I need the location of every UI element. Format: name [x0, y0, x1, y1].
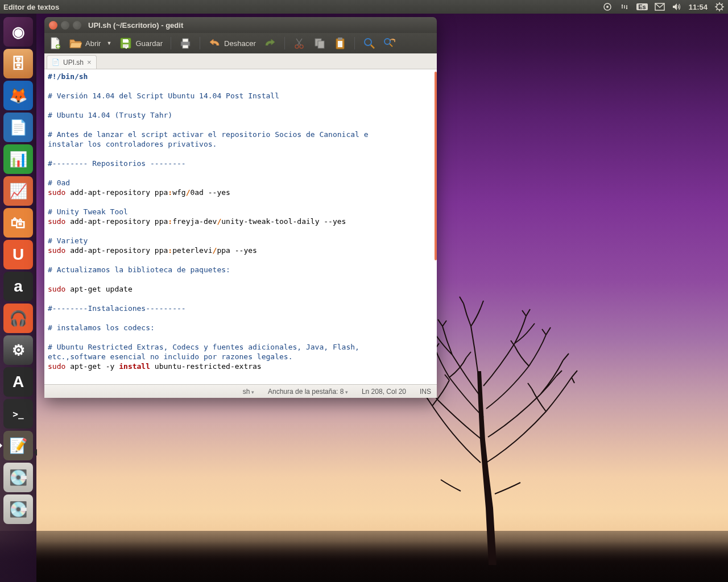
- app-menu-title[interactable]: Editor de textos: [3, 3, 59, 11]
- scrollbar[interactable]: [435, 72, 437, 260]
- paste-button[interactable]: [334, 37, 346, 49]
- tab-upi-sh[interactable]: 📄 UPI.sh ×: [47, 55, 97, 69]
- launcher-firefox[interactable]: 🦊: [3, 81, 33, 110]
- undo-icon: [208, 37, 221, 49]
- svg-point-12: [300, 45, 303, 48]
- network-indicator[interactable]: [619, 2, 630, 12]
- separator: [354, 37, 355, 49]
- launcher-amazon[interactable]: a: [3, 272, 33, 301]
- open-button[interactable]: Abrir▼: [69, 37, 111, 49]
- cut-button[interactable]: [293, 37, 305, 49]
- tab-label: UPI.sh: [63, 59, 84, 66]
- find-button[interactable]: [363, 37, 375, 49]
- save-button[interactable]: Guardar: [119, 37, 163, 49]
- launcher-disk2[interactable]: 💽: [3, 494, 33, 524]
- launcher-writer[interactable]: 📄: [3, 113, 33, 142]
- open-label: Abrir: [85, 39, 101, 48]
- launcher-gedit[interactable]: 📝: [3, 431, 33, 460]
- separator: [200, 37, 200, 49]
- svg-point-11: [295, 45, 299, 48]
- power-cog-indicator[interactable]: [714, 2, 725, 12]
- launcher-ubuntu-one[interactable]: U: [3, 240, 33, 269]
- printer-icon: [179, 37, 192, 49]
- chevron-down-icon: ▼: [106, 40, 111, 46]
- window-title: UPI.sh (~/Escritorio) - gedit: [88, 21, 183, 30]
- svg-rect-16: [338, 38, 342, 40]
- launcher-updater[interactable]: A: [3, 367, 33, 397]
- new-button[interactable]: [49, 37, 61, 49]
- close-button[interactable]: [49, 21, 57, 30]
- status-tab-width[interactable]: Anchura de la pestaña: 8: [268, 388, 348, 396]
- sound-indicator[interactable]: [672, 2, 682, 12]
- launcher-dash[interactable]: ◉: [3, 17, 33, 47]
- launcher-settings[interactable]: ⚙: [3, 335, 33, 365]
- file-icon: 📄: [52, 59, 60, 66]
- toolbar: Abrir▼ Guardar Deshacer: [44, 33, 437, 53]
- editor-pane[interactable]: #!/bin/sh # Versión 14.04 del Script Ubu…: [44, 69, 437, 384]
- folder-open-icon: [69, 37, 82, 49]
- wallpaper-ground: [0, 531, 728, 582]
- session-indicator[interactable]: [602, 2, 613, 12]
- status-cursor-pos: Ln 208, Col 20: [362, 388, 406, 396]
- svg-point-19: [384, 39, 390, 44]
- new-file-icon: [49, 37, 61, 49]
- svg-rect-10: [183, 45, 188, 48]
- keyboard-indicator[interactable]: Es: [636, 3, 647, 10]
- status-bar: sh Anchura de la pestaña: 8 Ln 208, Col …: [44, 384, 437, 398]
- copy-icon: [313, 37, 326, 49]
- search-icon: [363, 37, 375, 49]
- titlebar[interactable]: UPI.sh (~/Escritorio) - gedit: [44, 17, 437, 33]
- gedit-window: UPI.sh (~/Escritorio) - gedit Abrir▼ Gua…: [44, 17, 437, 398]
- separator: [284, 37, 285, 49]
- save-label: Guardar: [135, 39, 163, 48]
- svg-point-1: [606, 6, 609, 8]
- code-content[interactable]: #!/bin/sh # Versión 14.04 del Script Ubu…: [48, 72, 433, 371]
- redo-button[interactable]: [264, 37, 276, 49]
- scissors-icon: [293, 37, 305, 49]
- clipboard-icon: [334, 37, 346, 49]
- print-button[interactable]: [179, 37, 192, 49]
- top-panel: Editor de textos Es 11:54: [0, 0, 728, 14]
- launcher-software-center[interactable]: 🛍: [3, 208, 33, 238]
- replace-button[interactable]: [383, 37, 396, 49]
- svg-rect-6: [123, 39, 129, 43]
- svg-rect-9: [183, 39, 188, 42]
- launcher-files[interactable]: 🗄: [3, 49, 33, 78]
- tab-bar: 📄 UPI.sh ×: [44, 53, 437, 69]
- launcher-calc[interactable]: 📊: [3, 144, 33, 174]
- undo-label: Deshacer: [224, 39, 256, 48]
- launcher-terminal[interactable]: >_: [3, 399, 33, 429]
- minimize-button[interactable]: [61, 21, 69, 30]
- status-language[interactable]: sh: [243, 388, 254, 396]
- launcher-impress[interactable]: 📈: [3, 176, 33, 206]
- undo-button[interactable]: Deshacer: [208, 37, 256, 49]
- svg-rect-14: [318, 41, 324, 48]
- copy-button[interactable]: [313, 37, 326, 49]
- maximize-button[interactable]: [73, 21, 81, 30]
- svg-point-18: [365, 39, 371, 45]
- status-insert-mode: INS: [420, 388, 431, 396]
- save-icon: [119, 37, 132, 49]
- find-replace-icon: [383, 37, 396, 49]
- launcher-focus-arrow: [34, 449, 37, 456]
- svg-rect-17: [338, 41, 342, 47]
- clock[interactable]: 11:54: [689, 3, 708, 11]
- tab-close-icon[interactable]: ×: [87, 58, 92, 66]
- redo-icon: [264, 37, 276, 49]
- launcher-disk1[interactable]: 💽: [3, 463, 33, 492]
- launcher-music[interactable]: 🎧: [3, 304, 33, 333]
- unity-launcher: ◉🗄🦊📄📊📈🛍Ua🎧⚙A>_📝💽💽: [0, 14, 36, 582]
- messages-indicator[interactable]: [655, 2, 665, 12]
- separator: [171, 37, 171, 49]
